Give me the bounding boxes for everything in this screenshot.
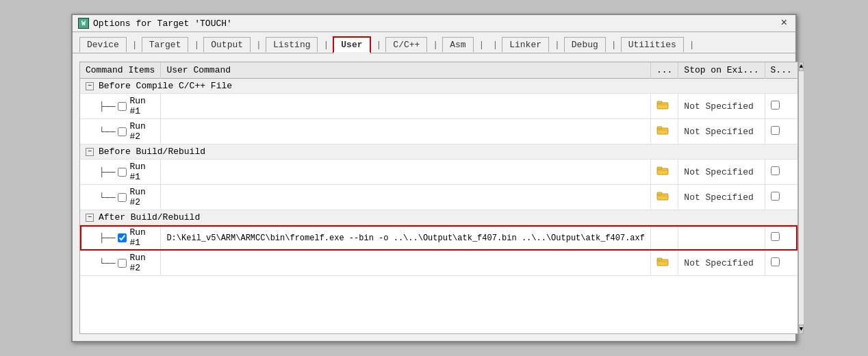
tab-device[interactable]: Device xyxy=(79,37,127,52)
tab-user[interactable]: User xyxy=(333,36,370,53)
bb-run1-checkbox-container: Run #1 xyxy=(118,162,155,182)
bc-run1-command[interactable] xyxy=(161,94,651,119)
command-table: Command Items User Command ... Stop on E… xyxy=(80,62,797,276)
bb-run1-command[interactable] xyxy=(161,160,651,185)
section-before-build: − Before Build/Rebuild xyxy=(80,144,797,160)
section-before-compile-text: Before Compile C/C++ File xyxy=(99,81,232,91)
bc-run2-checkbox[interactable] xyxy=(118,127,127,136)
options-window: W Options for Target 'TOUCH' × Device | … xyxy=(71,14,797,342)
scrollbar[interactable]: ▲ ▼ xyxy=(798,62,804,334)
tree-line: ├── xyxy=(99,233,115,243)
scroll-down-arrow[interactable]: ▼ xyxy=(799,325,804,334)
main-scroll-container: Command Items User Command ... Stop on E… xyxy=(79,62,789,334)
ab-run2-checkbox-container: Run #2 xyxy=(118,253,155,273)
ab-run2-s xyxy=(765,251,797,276)
section-before-compile: − Before Compile C/C++ File xyxy=(80,79,797,94)
bb-run2-command[interactable] xyxy=(161,185,651,210)
tabs-bar: Device | Target | Output | Listing | Use… xyxy=(73,32,795,53)
bb-run1-s xyxy=(765,160,797,185)
table-row: └── Run #2 xyxy=(80,185,797,210)
ab-run1-checkbox-container: Run #1 xyxy=(118,227,155,248)
bb-run2-s xyxy=(765,185,797,210)
svg-rect-4 xyxy=(657,127,662,129)
bc-run2-s-checkbox[interactable] xyxy=(771,126,780,135)
bb-run1-s-checkbox[interactable] xyxy=(771,166,780,175)
sep4: | xyxy=(319,38,333,52)
header-stop: Stop on Exi... xyxy=(678,62,765,79)
bc-run2-command[interactable] xyxy=(161,119,651,144)
header-user-command: User Command xyxy=(161,62,651,79)
ab-run1-command[interactable]: D:\Keil_v5\ARM\ARMCC\bin\fromelf.exe --b… xyxy=(161,225,651,251)
tab-output[interactable]: Output xyxy=(203,37,251,52)
ab-run1-s-checkbox[interactable] xyxy=(771,232,780,241)
bb-run1-label-cell: ├── Run #1 xyxy=(80,160,161,185)
tab-target[interactable]: Target xyxy=(142,37,189,52)
window-title: Options for Target 'TOUCH' xyxy=(93,18,232,29)
close-button[interactable]: × xyxy=(778,18,790,29)
bb-run2-label: Run #2 xyxy=(129,187,155,207)
ab-run1-s xyxy=(765,225,797,251)
sep3: | xyxy=(252,38,266,52)
bb-run2-label-cell: └── Run #2 xyxy=(80,185,161,210)
sep1: | xyxy=(128,38,142,52)
bc-run1-checkbox[interactable] xyxy=(118,102,127,111)
section-before-compile-label: − Before Compile C/C++ File xyxy=(80,79,797,94)
bb-run1-not-specified: Not Specified xyxy=(678,160,765,185)
ab-run1-command-text: D:\Keil_v5\ARM\ARMCC\bin\fromelf.exe --b… xyxy=(166,233,645,243)
ab-run1-checkbox[interactable] xyxy=(118,233,127,242)
app-icon: W xyxy=(78,18,89,29)
header-dots: ... xyxy=(650,62,678,79)
tab-linker[interactable]: Linker xyxy=(502,37,549,52)
bb-run1-dots xyxy=(650,160,678,185)
bc-run1-s xyxy=(765,94,797,119)
folder-icon xyxy=(656,100,669,110)
ab-run2-checkbox[interactable] xyxy=(118,259,127,268)
ab-run2-dots xyxy=(650,251,678,276)
ab-run2-command[interactable] xyxy=(161,251,651,276)
table-row: ├── Run #1 xyxy=(80,94,797,119)
tab-utilities[interactable]: Utilities xyxy=(621,37,684,52)
sep5: | xyxy=(372,38,386,52)
bc-run2-label: Run #2 xyxy=(129,121,155,142)
ab-run2-s-checkbox[interactable] xyxy=(771,257,780,266)
bb-run1-label: Run #1 xyxy=(129,162,155,182)
content-area: Command Items User Command ... Stop on E… xyxy=(73,53,795,341)
tab-debug[interactable]: Debug xyxy=(564,37,606,52)
sep11: | xyxy=(685,38,699,52)
folder-icon xyxy=(656,191,669,201)
ab-run2-not-specified: Not Specified xyxy=(678,251,765,276)
bc-run2-checkbox-container: Run #2 xyxy=(118,121,155,142)
scroll-track xyxy=(799,71,804,325)
expand-before-compile[interactable]: − xyxy=(86,82,94,90)
bc-run1-not-specified: Not Specified xyxy=(678,94,765,119)
expand-after-build[interactable]: − xyxy=(86,214,94,222)
tree-line: ├── xyxy=(99,101,115,112)
tab-cpp[interactable]: C/C++ xyxy=(385,37,427,52)
tree-line: └── xyxy=(99,258,115,268)
bc-run1-checkbox-container: Run #1 xyxy=(118,96,155,116)
bb-run2-checkbox[interactable] xyxy=(118,193,127,202)
bc-run1-s-checkbox[interactable] xyxy=(771,101,780,110)
bb-run2-checkbox-container: Run #2 xyxy=(118,187,155,207)
bb-run2-s-checkbox[interactable] xyxy=(771,192,780,201)
ab-run1-label: Run #1 xyxy=(129,227,155,248)
section-before-build-label: − Before Build/Rebuild xyxy=(80,144,797,160)
ab-run2-label: Run #2 xyxy=(129,253,155,273)
section-after-build-label: − After Build/Rebuild xyxy=(80,210,797,225)
expand-before-build[interactable]: − xyxy=(86,148,94,156)
tree-line: └── xyxy=(99,192,115,203)
svg-rect-13 xyxy=(657,258,662,260)
svg-rect-1 xyxy=(657,101,662,103)
titlebar-left: W Options for Target 'TOUCH' xyxy=(78,18,232,29)
folder-icon xyxy=(656,166,669,175)
ab-run1-not-specified xyxy=(678,225,765,251)
sep6: | xyxy=(429,38,442,52)
scroll-up-arrow[interactable]: ▲ xyxy=(799,62,804,71)
tab-listing[interactable]: Listing xyxy=(266,37,318,52)
bb-run1-checkbox[interactable] xyxy=(118,168,127,177)
table-row-highlighted: ├── Run #1 D:\Keil_v5\ARM\ARMCC\bin\from… xyxy=(80,225,797,251)
tab-asm[interactable]: Asm xyxy=(442,37,473,52)
table-row: └── Run #2 xyxy=(80,251,797,276)
bc-run2-not-specified: Not Specified xyxy=(678,119,765,144)
ab-run1-label-cell: ├── Run #1 xyxy=(80,225,161,251)
